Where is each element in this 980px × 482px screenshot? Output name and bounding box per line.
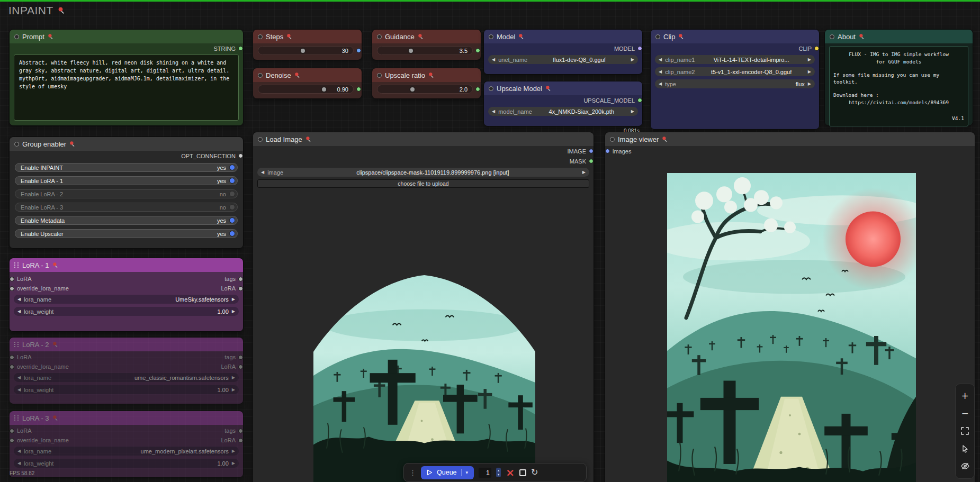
prompt-text-area[interactable]: Abstract, white fleecy hill, red neon di… — [14, 54, 239, 121]
batch-count-stepper[interactable]: ▴▾ — [496, 468, 501, 477]
float-output-port[interactable] — [475, 87, 480, 92]
zoom-out-icon[interactable]: − — [959, 407, 972, 420]
combo-prev-icon[interactable]: ◀ — [492, 110, 495, 114]
node-guidance[interactable]: Guidance 3.5 — [372, 29, 481, 60]
combo-prev-icon[interactable]: ◀ — [17, 310, 21, 314]
stop-button[interactable] — [519, 469, 526, 476]
clip-output-port[interactable] — [814, 46, 819, 51]
lora-weight-combo[interactable]: ◀ lora_weight 1.00 ▶ — [14, 307, 239, 316]
node-load-image[interactable]: Load Image IMAGE MASK ◀ image clipspace/… — [253, 132, 594, 482]
node-image-viewer[interactable]: Image viewer images — [605, 132, 975, 482]
combo-next-icon[interactable]: ▶ — [631, 110, 634, 114]
node-prompt[interactable]: Prompt STRING Abstract, white fleecy hil… — [9, 29, 244, 126]
lora-output-port[interactable] — [238, 365, 243, 369]
lora-name-combo[interactable]: ◀ lora_name UmeSky.safetensors ▶ — [14, 295, 239, 304]
toggle-enable-metadata[interactable]: Enable Metadata yes — [15, 216, 238, 225]
combo-prev-icon[interactable]: ◀ — [659, 58, 662, 62]
upscale-model-name-combo[interactable]: ◀ model_name 4x_NMKD-Siax_200k.pth ▶ — [488, 107, 638, 116]
combo-prev-icon[interactable]: ◀ — [17, 461, 21, 466]
node-upscale-model-header[interactable]: Upscale Model — [484, 81, 642, 95]
node-model-header[interactable]: Model — [484, 30, 642, 43]
eye-slash-icon[interactable] — [959, 460, 972, 472]
batch-count-input[interactable]: 1 — [479, 468, 491, 478]
queue-button[interactable]: Queue ▾ — [421, 466, 474, 479]
select-mode-icon[interactable] — [959, 442, 972, 455]
collapse-dot-icon[interactable] — [258, 73, 263, 78]
toggle-knob-icon[interactable] — [229, 165, 235, 170]
combo-prev-icon[interactable]: ◀ — [17, 376, 21, 380]
toggle-enable-lora-3[interactable]: Enable LoRA - 3 no — [15, 203, 238, 212]
node-group-enabler[interactable]: Group enabler OPT_CONNECTION Enable INPA… — [9, 137, 244, 249]
node-load-image-header[interactable]: Load Image — [253, 132, 594, 146]
unet-name-combo[interactable]: ◀ unet_name flux1-dev-Q8_0.gguf ▶ — [488, 55, 638, 64]
steps-slider[interactable]: 30 — [258, 46, 354, 55]
combo-next-icon[interactable]: ▶ — [232, 449, 235, 453]
combo-prev-icon[interactable]: ◀ — [492, 58, 495, 62]
node-lora-1-header[interactable]: LoRA - 1 — [10, 258, 243, 272]
combo-next-icon[interactable]: ▶ — [808, 70, 811, 74]
collapse-dot-icon[interactable] — [14, 142, 19, 147]
collapse-dot-icon[interactable] — [258, 34, 263, 39]
toggle-knob-icon[interactable] — [229, 217, 235, 223]
collapse-dot-icon[interactable] — [489, 86, 493, 91]
collapse-dot-icon[interactable] — [489, 34, 493, 39]
string-output-port[interactable] — [238, 46, 243, 51]
combo-prev-icon[interactable]: ◀ — [261, 170, 264, 175]
zoom-in-icon[interactable]: + — [959, 390, 972, 403]
lora-weight-combo[interactable]: ◀ lora_weight 1.00 ▶ — [14, 459, 239, 468]
mask-output-port[interactable] — [589, 159, 594, 163]
collapse-dot-icon[interactable] — [610, 137, 615, 142]
combo-next-icon[interactable]: ▶ — [232, 310, 235, 314]
node-clip[interactable]: Clip CLIP ◀ clip_name1 ViT-L-14-TEXT-det… — [650, 29, 820, 130]
refresh-button[interactable]: ↻ — [531, 468, 538, 477]
toggle-knob-icon[interactable] — [229, 204, 235, 210]
slider-handle[interactable] — [321, 86, 327, 93]
node-upscale-ratio[interactable]: Upscale ratio 2.0 — [372, 68, 481, 99]
toggle-knob-icon[interactable] — [229, 178, 235, 184]
opt-connection-output-port[interactable] — [238, 153, 243, 158]
denoise-slider[interactable]: 0.90 — [258, 85, 354, 94]
toggle-enable-inpaint[interactable]: Enable INPAINT yes — [15, 163, 238, 172]
upscale-ratio-slider[interactable]: 2.0 — [377, 85, 473, 94]
node-steps[interactable]: Steps 30 — [253, 29, 362, 60]
collapse-dot-icon[interactable] — [377, 73, 382, 78]
drag-grip-icon[interactable] — [14, 342, 19, 347]
combo-prev-icon[interactable]: ◀ — [659, 70, 662, 74]
lora-name-combo[interactable]: ◀ lora_name ume_classic_romantism.safete… — [14, 373, 239, 382]
node-lora-3[interactable]: LoRA - 3 LoRA tags override_lora_name Lo… — [9, 411, 244, 478]
node-denoise[interactable]: Denoise 0.90 — [253, 68, 362, 99]
guidance-slider[interactable]: 3.5 — [377, 46, 473, 55]
toggle-enable-upscaler[interactable]: Enable Upscaler yes — [15, 229, 238, 238]
override-lora-name-input-port[interactable] — [10, 365, 14, 369]
slider-handle[interactable] — [408, 48, 414, 54]
node-model[interactable]: Model MODEL ◀ unet_name flux1-dev-Q8_0.g… — [483, 29, 643, 75]
slider-handle[interactable] — [300, 48, 306, 54]
model-output-port[interactable] — [637, 46, 642, 51]
node-canvas[interactable]: INPAINT Prompt STRING Abstract, white fl… — [0, 0, 980, 482]
override-lora-name-input-port[interactable] — [10, 438, 14, 443]
load-image-preview[interactable] — [313, 261, 535, 482]
tags-output-port[interactable] — [238, 355, 243, 360]
collapse-dot-icon[interactable] — [655, 34, 660, 39]
drag-grip-icon[interactable] — [14, 415, 19, 421]
drag-handle-icon[interactable]: ⋮ — [409, 469, 416, 477]
node-guidance-header[interactable]: Guidance — [372, 30, 481, 43]
int-output-port[interactable] — [356, 48, 361, 53]
tags-output-port[interactable] — [238, 277, 243, 281]
collapse-dot-icon[interactable] — [258, 137, 263, 142]
node-upscale-ratio-header[interactable]: Upscale ratio — [372, 68, 481, 82]
drag-grip-icon[interactable] — [14, 262, 19, 268]
combo-next-icon[interactable]: ▶ — [808, 58, 811, 62]
lora-input-port[interactable] — [10, 355, 14, 360]
node-image-viewer-header[interactable]: Image viewer — [605, 132, 975, 146]
combo-next-icon[interactable]: ▶ — [582, 170, 586, 175]
collapse-dot-icon[interactable] — [830, 34, 834, 39]
lora-output-port[interactable] — [238, 438, 243, 443]
upload-button[interactable]: choose file to upload — [257, 179, 589, 188]
node-lora-1[interactable]: LoRA - 1 LoRA tags override_lora_name Lo… — [9, 258, 244, 332]
float-output-port[interactable] — [356, 87, 361, 92]
node-prompt-header[interactable]: Prompt — [10, 30, 243, 43]
tags-output-port[interactable] — [238, 429, 243, 433]
node-upscale-model[interactable]: Upscale Model UPSCALE_MODEL ◀ model_name… — [483, 81, 643, 126]
node-about-header[interactable]: About — [825, 30, 973, 43]
